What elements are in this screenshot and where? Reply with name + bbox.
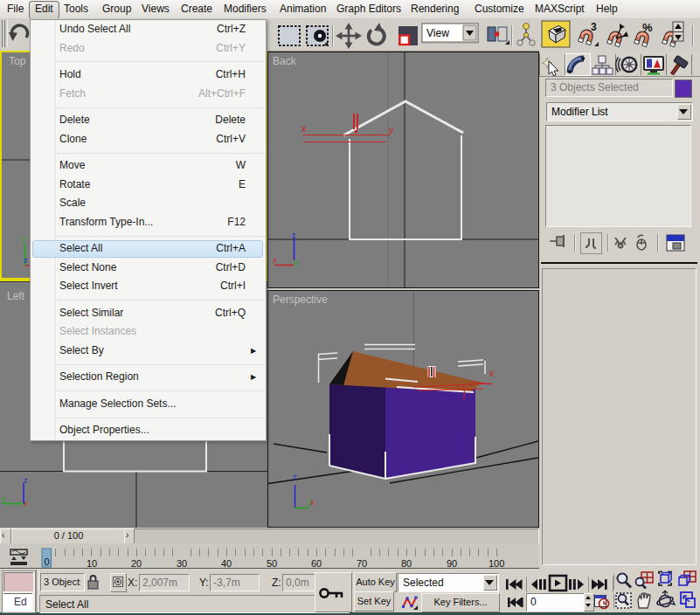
svg-text:x: x [310, 498, 315, 507]
svg-text:z: z [24, 476, 28, 485]
svg-text:Back: Back [273, 55, 297, 67]
svg-text:3: 3 [591, 21, 597, 33]
svg-text:%: % [642, 21, 653, 34]
svg-text:x: x [24, 499, 28, 508]
svg-text:x: x [489, 369, 494, 378]
svg-text:View: View [426, 27, 449, 39]
svg-text:Left: Left [7, 290, 25, 302]
svg-text:y: y [295, 258, 299, 266]
svg-text:z: z [24, 256, 28, 265]
svg-text:x: x [273, 256, 277, 265]
svg-text:y: y [22, 235, 26, 244]
svg-text:Top: Top [9, 55, 26, 67]
svg-text:y: y [389, 125, 393, 135]
svg-text:z: z [293, 473, 297, 481]
svg-text:Perspective: Perspective [273, 294, 328, 306]
svg-text:y: y [2, 494, 6, 503]
svg-text:x: x [301, 124, 306, 134]
